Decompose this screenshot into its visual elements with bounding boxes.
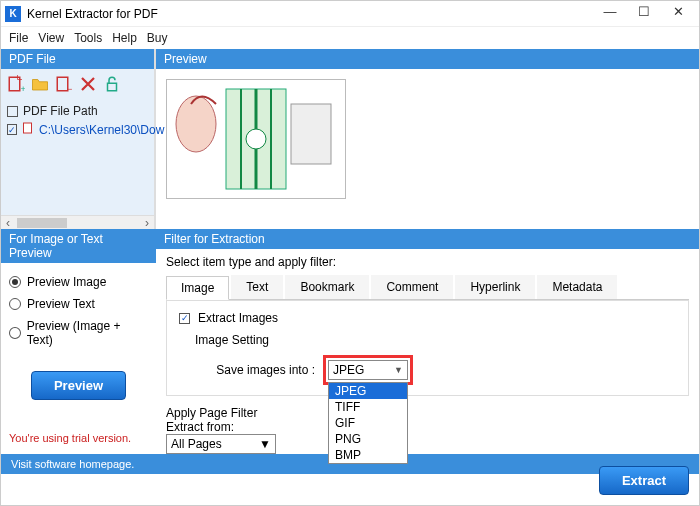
app-icon: K — [5, 6, 21, 22]
chevron-down-icon: ▼ — [259, 437, 271, 451]
filter-panel-header: Filter for Extraction — [156, 229, 699, 249]
image-setting-label: Image Setting — [195, 333, 676, 347]
scroll-thumb[interactable] — [17, 218, 67, 228]
pdf-file-panel-header: PDF File — [1, 49, 154, 69]
chevron-down-icon: ▼ — [394, 365, 403, 375]
radio-icon — [9, 327, 21, 339]
close-button[interactable]: ✕ — [661, 4, 695, 24]
format-dropdown: JPEG TIFF GIF PNG BMP — [328, 382, 408, 464]
tab-image[interactable]: Image — [166, 276, 229, 300]
preview-thumbnail[interactable] — [166, 79, 346, 199]
tab-bookmark[interactable]: Bookmark — [285, 275, 369, 299]
format-select[interactable]: JPEG ▼ — [328, 360, 408, 380]
scroll-left-arrow[interactable]: ‹ — [1, 216, 15, 230]
preview-panel-header: Preview — [156, 49, 699, 69]
radio-icon — [9, 298, 21, 310]
preview-options-header: For Image or Text Preview — [1, 229, 156, 263]
radio-preview-text[interactable]: Preview Text — [9, 293, 148, 315]
horizontal-scrollbar[interactable]: ‹ › — [1, 215, 154, 229]
option-bmp[interactable]: BMP — [329, 447, 407, 463]
file-checkbox[interactable]: ✓ — [7, 124, 17, 135]
apply-page-filter-label: Apply Page Filter — [166, 406, 689, 420]
svg-rect-5 — [24, 123, 32, 133]
option-gif[interactable]: GIF — [329, 415, 407, 431]
tab-hyperlink[interactable]: Hyperlink — [455, 275, 535, 299]
radio-preview-both[interactable]: Preview (Image + Text) — [9, 315, 148, 351]
delete-icon[interactable] — [79, 75, 97, 96]
add-pdf-icon[interactable]: + — [7, 75, 25, 96]
file-list-header[interactable]: PDF File Path — [7, 102, 148, 120]
menu-bar: File View Tools Help Buy — [1, 27, 699, 49]
maximize-button[interactable]: ☐ — [627, 4, 661, 24]
window-title: Kernel Extractor for PDF — [27, 7, 593, 21]
page-filter-section: Apply Page Filter Extract from: All Page… — [166, 406, 689, 454]
svg-text:+: + — [21, 84, 26, 94]
extract-images-row[interactable]: ✓Extract Images — [179, 311, 676, 325]
column-header-path: PDF File Path — [23, 104, 98, 118]
minimize-button[interactable]: — — [593, 4, 627, 24]
file-list: PDF File Path ✓ C:\Users\Kernel30\Dow — [1, 98, 154, 215]
file-row[interactable]: ✓ C:\Users\Kernel30\Dow — [7, 120, 148, 139]
tab-metadata[interactable]: Metadata — [537, 275, 617, 299]
svg-rect-2 — [57, 77, 68, 91]
format-highlight: JPEG ▼ JPEG TIFF GIF PNG BMP — [323, 355, 413, 385]
menu-tools[interactable]: Tools — [74, 31, 102, 45]
svg-rect-4 — [108, 83, 117, 91]
extract-from-label: Extract from: — [166, 420, 234, 434]
svg-rect-12 — [291, 104, 331, 164]
radio-icon — [9, 276, 21, 288]
svg-text:−: − — [67, 84, 72, 94]
svg-point-11 — [176, 96, 216, 152]
scroll-right-arrow[interactable]: › — [140, 216, 154, 230]
tab-text[interactable]: Text — [231, 275, 283, 299]
extract-images-checkbox[interactable]: ✓ — [179, 313, 190, 324]
file-toolbar: + − — [1, 69, 154, 98]
trial-notice: You're using trial version. — [9, 432, 148, 444]
filter-prompt: Select item type and apply filter: — [166, 255, 689, 269]
remove-pdf-icon[interactable]: − — [55, 75, 73, 96]
menu-view[interactable]: View — [38, 31, 64, 45]
menu-buy[interactable]: Buy — [147, 31, 168, 45]
preview-area — [156, 69, 699, 229]
save-into-label: Save images into : — [195, 363, 315, 377]
option-png[interactable]: PNG — [329, 431, 407, 447]
image-filter-panel: ✓Extract Images Image Setting Save image… — [166, 300, 689, 396]
preview-button[interactable]: Preview — [31, 371, 126, 400]
add-folder-icon[interactable] — [31, 75, 49, 96]
filter-tabs: Image Text Bookmark Comment Hyperlink Me… — [166, 275, 689, 300]
option-tiff[interactable]: TIFF — [329, 399, 407, 415]
extract-button[interactable]: Extract — [599, 466, 689, 495]
option-jpeg[interactable]: JPEG — [329, 383, 407, 399]
unlock-icon[interactable] — [103, 75, 121, 96]
menu-help[interactable]: Help — [112, 31, 137, 45]
file-path: C:\Users\Kernel30\Dow — [39, 123, 164, 137]
svg-point-13 — [246, 129, 266, 149]
tab-comment[interactable]: Comment — [371, 275, 453, 299]
select-all-checkbox[interactable] — [7, 106, 18, 117]
menu-file[interactable]: File — [9, 31, 28, 45]
pdf-file-icon — [22, 122, 34, 137]
page-range-select[interactable]: All Pages▼ — [166, 434, 276, 454]
radio-preview-image[interactable]: Preview Image — [9, 271, 148, 293]
